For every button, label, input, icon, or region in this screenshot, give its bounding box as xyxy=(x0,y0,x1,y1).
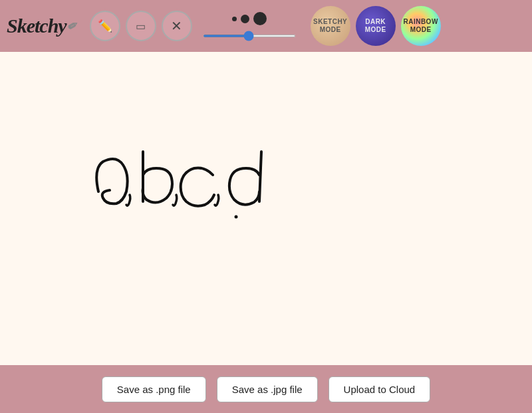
pencil-icon: ✏️ xyxy=(98,19,112,33)
brush-slider-wrap xyxy=(203,28,296,40)
save-png-button[interactable]: Save as .png file xyxy=(102,376,206,402)
dark-mode-label: DARKMODE xyxy=(365,18,386,34)
rainbow-mode-button[interactable]: RAINBOWMODE xyxy=(401,6,441,46)
brush-dot-large[interactable] xyxy=(253,12,267,25)
eraser-tool-button[interactable]: ▭ xyxy=(126,11,156,41)
drawing-canvas[interactable] xyxy=(0,52,532,365)
svg-point-0 xyxy=(235,215,238,219)
sketch-drawing xyxy=(0,52,532,365)
mode-buttons: SKETCHYMODE DARKMODE RAINBOWMODE xyxy=(311,6,441,46)
app-logo: Sketchy ✏ xyxy=(7,15,78,37)
rainbow-mode-label: RAINBOWMODE xyxy=(403,18,438,34)
brush-dot-small[interactable] xyxy=(232,17,237,21)
dark-mode-button[interactable]: DARKMODE xyxy=(356,6,396,46)
toolbar: Sketchy ✏ ✏️ ▭ ✕ SKETCHYMODE DARKMODE RA… xyxy=(0,0,532,52)
pencil-tool-button[interactable]: ✏️ xyxy=(90,11,120,41)
upload-cloud-button[interactable]: Upload to Cloud xyxy=(329,376,431,402)
brush-size-slider[interactable] xyxy=(203,35,296,37)
brush-dot-medium[interactable] xyxy=(241,15,249,23)
logo-text: Sketchy xyxy=(7,15,66,37)
eraser-icon: ▭ xyxy=(136,20,146,33)
footer: Save as .png file Save as .jpg file Uplo… xyxy=(0,365,532,413)
sketchy-mode-button[interactable]: SKETCHYMODE xyxy=(311,6,350,46)
sketchy-mode-label: SKETCHYMODE xyxy=(313,18,347,34)
clear-tool-button[interactable]: ✕ xyxy=(162,11,192,41)
brush-dots xyxy=(232,12,267,25)
save-jpg-button[interactable]: Save as .jpg file xyxy=(217,376,318,402)
logo-pencil-icon: ✏ xyxy=(65,17,80,35)
clear-icon: ✕ xyxy=(171,18,182,34)
brush-section xyxy=(203,12,296,40)
